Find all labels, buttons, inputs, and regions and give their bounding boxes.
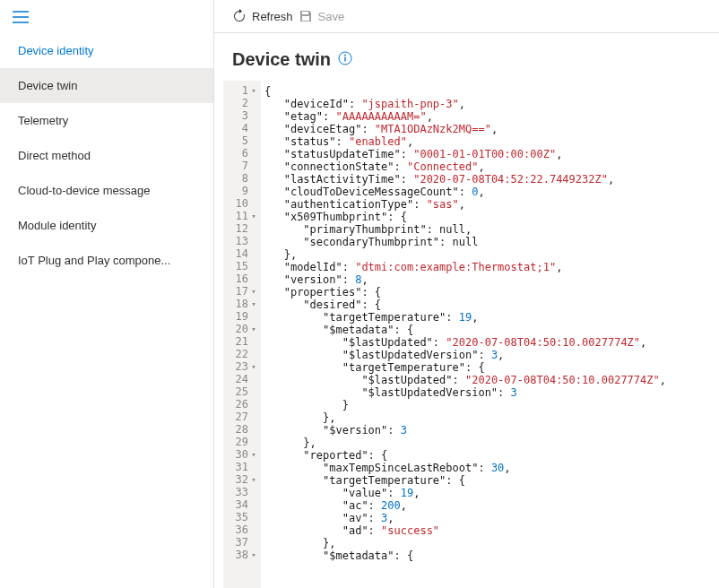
code-line[interactable]: "deviceEtag": "MTA1ODAzNzk2MQ==",: [264, 122, 666, 134]
fold-toggle[interactable]: ▾: [250, 447, 257, 462]
gutter-line: 35: [229, 511, 261, 523]
save-label: Save: [318, 10, 345, 23]
sidebar: Device identity Device twin Telemetry Di…: [0, 0, 214, 588]
gutter-line: 25: [229, 385, 261, 398]
code-line[interactable]: "targetTemperature": {: [264, 360, 666, 373]
code-line[interactable]: "$lastUpdatedVersion": 3,: [264, 348, 666, 360]
gutter-line: 11▾: [229, 210, 261, 222]
gutter-line: 18▾: [229, 298, 261, 310]
code-line[interactable]: "cloudToDeviceMessageCount": 0,: [264, 185, 666, 197]
code-line[interactable]: {: [264, 84, 666, 97]
code-line[interactable]: "statusUpdateTime": "0001-01-01T00:00:00…: [264, 147, 666, 160]
gutter-line: 17▾: [229, 285, 261, 298]
code-line[interactable]: "desired": {: [264, 298, 666, 310]
gutter-line: 19: [229, 310, 261, 323]
gutter-line: 37: [229, 536, 261, 549]
code-line[interactable]: },: [264, 247, 666, 260]
code-line[interactable]: "primaryThumbprint": null,: [264, 222, 666, 235]
gutter-line: 13: [229, 235, 261, 247]
code-line[interactable]: },: [264, 536, 666, 549]
code-line[interactable]: "deviceId": "jspaith-pnp-3",: [264, 97, 666, 109]
gutter-line: 22: [229, 348, 261, 360]
code-line[interactable]: "$metadata": {: [264, 549, 666, 561]
hamburger-icon: [13, 11, 29, 23]
toolbar: Refresh Save: [214, 0, 719, 33]
json-editor[interactable]: 1▾234567891011▾121314151617▾18▾1920▾2122…: [223, 81, 719, 588]
gutter-line: 32▾: [229, 473, 261, 486]
refresh-icon: [232, 9, 247, 23]
sidebar-item-device-twin[interactable]: Device twin: [0, 68, 213, 103]
fold-toggle[interactable]: ▾: [250, 548, 257, 562]
code-line[interactable]: "targetTemperature": {: [264, 473, 666, 486]
gutter-line: 23▾: [229, 360, 261, 373]
code-line[interactable]: "status": "enabled",: [264, 134, 666, 147]
code-line[interactable]: },: [264, 411, 666, 423]
code-line[interactable]: "maxTempSinceLastReboot": 30,: [264, 461, 666, 473]
code-line[interactable]: },: [264, 436, 666, 448]
gutter-line: 21: [229, 335, 261, 348]
gutter-line: 30▾: [229, 448, 261, 461]
sidebar-item-direct-method[interactable]: Direct method: [0, 138, 213, 173]
editor-code[interactable]: { "deviceId": "jspaith-pnp-3", "etag": "…: [261, 81, 666, 588]
sidebar-item-module-identity[interactable]: Module identity: [0, 208, 213, 243]
gutter-line: 12: [229, 222, 261, 235]
code-line[interactable]: }: [264, 398, 666, 411]
gutter-line: 20▾: [229, 323, 261, 335]
fold-toggle[interactable]: ▾: [250, 83, 257, 98]
gutter-line: 15: [229, 260, 261, 272]
code-line[interactable]: "lastActivityTime": "2020-07-08T04:52:22…: [264, 172, 666, 185]
svg-rect-5: [344, 57, 345, 62]
code-line[interactable]: "av": 3,: [264, 511, 666, 523]
sidebar-item-telemetry[interactable]: Telemetry: [0, 103, 213, 138]
code-line[interactable]: "$lastUpdated": "2020-07-08T04:50:10.002…: [264, 373, 666, 385]
gutter-line: 14: [229, 247, 261, 260]
refresh-button[interactable]: Refresh: [232, 9, 293, 23]
code-line[interactable]: "connectionState": "Connected",: [264, 160, 666, 172]
code-line[interactable]: "value": 19,: [264, 486, 666, 498]
code-line[interactable]: "$metadata": {: [264, 323, 666, 335]
code-line[interactable]: "x509Thumbprint": {: [264, 210, 666, 222]
editor-gutter: 1▾234567891011▾121314151617▾18▾1920▾2122…: [223, 81, 261, 588]
sidebar-item-device-identity[interactable]: Device identity: [0, 33, 213, 68]
code-line[interactable]: "$version": 3: [264, 423, 666, 436]
code-line[interactable]: "authenticationType": "sas",: [264, 197, 666, 210]
gutter-line: 36: [229, 523, 261, 536]
gutter-line: 8: [229, 172, 261, 185]
code-line[interactable]: "modelId": "dtmi:com:example:Thermostat;…: [264, 260, 666, 272]
page-title: Device twin: [232, 49, 331, 70]
code-line[interactable]: "ac": 200,: [264, 498, 666, 511]
gutter-line: 26: [229, 398, 261, 411]
hamburger-menu-button[interactable]: [0, 0, 213, 33]
gutter-line: 33: [229, 486, 261, 498]
save-icon: [299, 9, 313, 23]
refresh-label: Refresh: [252, 10, 293, 23]
main-content: Refresh Save Device twin 1▾234567891011▾…: [214, 0, 719, 588]
code-line[interactable]: "targetTemperature": 19,: [264, 310, 666, 323]
sidebar-item-iot-pnp[interactable]: IoT Plug and Play compone...: [0, 243, 213, 278]
save-button: Save: [299, 9, 345, 23]
code-line[interactable]: "ad": "success": [264, 523, 666, 536]
code-line[interactable]: "$lastUpdated": "2020-07-08T04:50:10.002…: [264, 335, 666, 348]
code-line[interactable]: "version": 8,: [264, 272, 666, 285]
gutter-line: 6: [229, 147, 261, 160]
code-line[interactable]: "reported": {: [264, 448, 666, 461]
fold-toggle[interactable]: ▾: [250, 322, 257, 336]
fold-toggle[interactable]: ▾: [250, 472, 257, 487]
gutter-line: 29: [229, 436, 261, 448]
gutter-line: 27: [229, 411, 261, 423]
info-icon[interactable]: [338, 51, 352, 68]
gutter-line: 5: [229, 134, 261, 147]
code-line[interactable]: "etag": "AAAAAAAAAAM=",: [264, 109, 666, 122]
svg-point-4: [344, 55, 346, 56]
gutter-line: 28: [229, 423, 261, 436]
gutter-line: 38▾: [229, 549, 261, 561]
code-line[interactable]: "secondaryThumbprint": null: [264, 235, 666, 247]
sidebar-item-cloud-to-device[interactable]: Cloud-to-device message: [0, 173, 213, 208]
code-line[interactable]: "$lastUpdatedVersion": 3: [264, 385, 666, 398]
fold-toggle[interactable]: ▾: [250, 209, 257, 223]
gutter-line: 9: [229, 185, 261, 197]
fold-toggle[interactable]: ▾: [250, 359, 257, 374]
gutter-line: 3: [229, 109, 261, 122]
fold-toggle[interactable]: ▾: [250, 297, 257, 311]
code-line[interactable]: "properties": {: [264, 285, 666, 298]
